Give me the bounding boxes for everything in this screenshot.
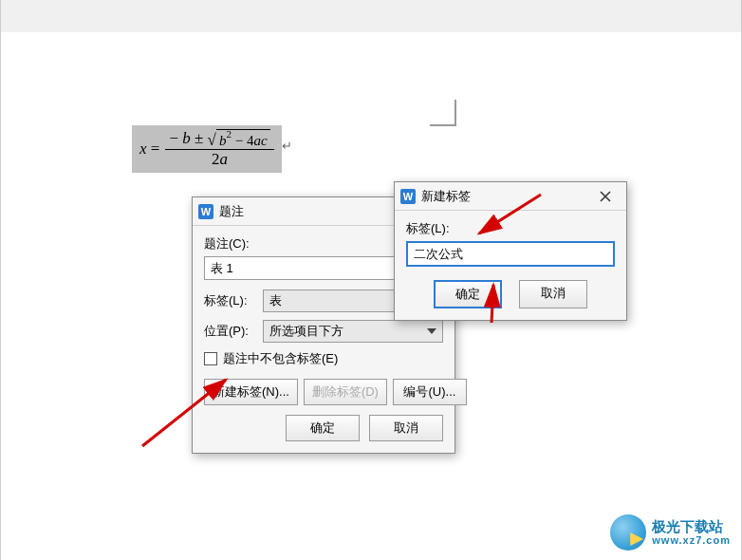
position-dropdown[interactable]: 所选项目下方	[263, 320, 443, 343]
new-label-cancel-button[interactable]: 取消	[519, 280, 587, 308]
close-button[interactable]	[590, 185, 621, 208]
new-label-dialog-title: 新建标签	[421, 188, 590, 205]
word-icon: W	[198, 204, 213, 219]
caption-cancel-button[interactable]: 取消	[369, 415, 443, 441]
caption-ok-button[interactable]: 确定	[286, 415, 360, 441]
new-label-dialog: W 新建标签 标签(L): 确定 取消	[394, 181, 627, 321]
position-dropdown-value: 所选项目下方	[269, 323, 343, 340]
delete-label-button: 删除标签(D)	[304, 379, 387, 405]
label-label: 标签(L):	[204, 292, 263, 309]
watermark-url: www.xz7.com	[652, 534, 731, 546]
word-icon: W	[400, 189, 416, 204]
top-gap	[1, 0, 741, 32]
paragraph-mark: ↵	[282, 139, 292, 154]
position-label: 位置(P):	[204, 323, 263, 340]
watermark-title: 极光下载站	[652, 519, 731, 535]
close-icon	[600, 191, 611, 202]
new-label-dialog-titlebar[interactable]: W 新建标签	[395, 182, 626, 211]
formula-fraction: − b ± b2 − 4ac 2a	[165, 129, 273, 169]
new-label-ok-button[interactable]: 确定	[434, 280, 502, 308]
numbering-button[interactable]: 编号(U)...	[393, 379, 467, 405]
new-label-label: 标签(L):	[406, 220, 615, 237]
new-label-button[interactable]: 新建标签(N)...	[204, 379, 298, 405]
equation-object[interactable]: x = − b ± b2 − 4ac 2a	[132, 125, 282, 173]
formula-x: x =	[139, 140, 165, 159]
page-corner-mark	[430, 100, 456, 126]
watermark-icon	[610, 514, 646, 551]
exclude-label: 题注中不包含标签(E)	[223, 350, 338, 367]
exclude-checkbox[interactable]	[204, 352, 217, 365]
watermark: 极光下载站 www.xz7.com	[610, 514, 731, 551]
new-label-input[interactable]	[406, 241, 615, 267]
label-dropdown-value: 表	[269, 292, 282, 309]
